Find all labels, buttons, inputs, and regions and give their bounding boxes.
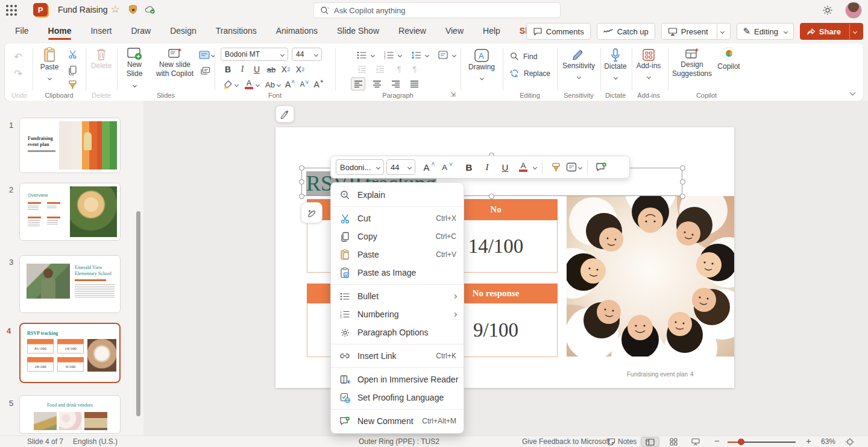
settings-gear-icon[interactable] bbox=[822, 5, 833, 16]
mini-font-color-button[interactable]: A bbox=[515, 159, 531, 176]
tab-file[interactable]: File bbox=[10, 22, 34, 41]
context-menu-item-proofing-language[interactable]: Set Proofing Language bbox=[331, 388, 464, 407]
copilot-button[interactable]: Copilot bbox=[715, 47, 743, 71]
tab-design[interactable]: Design bbox=[165, 22, 202, 41]
font-name-select[interactable]: Bodoni MT bbox=[221, 48, 288, 61]
mini-font-color-dropdown-icon[interactable] bbox=[533, 165, 537, 169]
fit-to-window-button[interactable] bbox=[841, 437, 858, 447]
context-menu-item-copy[interactable]: Copy Ctrl+C bbox=[331, 227, 464, 246]
font-size-select[interactable]: 44 bbox=[292, 48, 322, 61]
mini-underline-button[interactable]: U bbox=[497, 159, 513, 176]
grow-font-button[interactable]: A˄ bbox=[283, 78, 297, 91]
justify-button[interactable] bbox=[407, 77, 421, 90]
copilot-rewrite-button[interactable] bbox=[301, 202, 322, 223]
context-menu-item-immersive-reader[interactable]: Open in Immersive Reader bbox=[331, 370, 464, 388]
present-button[interactable]: Present bbox=[661, 23, 731, 40]
new-slide-button[interactable]: New Slide bbox=[118, 47, 151, 89]
font-color-button[interactable]: A bbox=[242, 78, 256, 91]
find-button[interactable]: Find bbox=[510, 52, 537, 61]
clear-formatting-button[interactable]: A✦ bbox=[312, 78, 326, 91]
tab-view[interactable]: View bbox=[440, 22, 469, 41]
editing-dropdown-icon[interactable] bbox=[784, 29, 788, 33]
mini-format-shape-button[interactable] bbox=[566, 159, 582, 176]
tab-home[interactable]: Home bbox=[43, 22, 77, 41]
shrink-font-button[interactable]: A˅ bbox=[297, 78, 312, 91]
slide-thumbnail-3[interactable]: Emerald View Elementary School bbox=[19, 255, 121, 313]
duplicate-slide-button[interactable] bbox=[200, 66, 210, 76]
share-button[interactable]: Share bbox=[800, 23, 863, 40]
comments-button[interactable]: Comments bbox=[526, 23, 591, 40]
bullets-dropdown-icon[interactable] bbox=[371, 52, 375, 57]
align-center-button[interactable] bbox=[370, 77, 384, 90]
line-spacing-button[interactable] bbox=[409, 48, 423, 62]
context-menu-item-paste-as-image[interactable]: Paste as Image bbox=[331, 264, 464, 282]
thumbnail-scrollbar[interactable] bbox=[136, 211, 140, 416]
zoom-slider-thumb[interactable] bbox=[738, 439, 744, 445]
tab-review[interactable]: Review bbox=[393, 22, 432, 41]
addins-dropdown-icon[interactable] bbox=[646, 75, 650, 79]
paragraph-dialog-launcher-icon[interactable]: ⇲ bbox=[450, 90, 456, 98]
context-menu-item-bullet[interactable]: Bullet bbox=[331, 287, 464, 305]
align-left-button[interactable] bbox=[351, 77, 365, 90]
text-direction-button[interactable] bbox=[436, 48, 450, 62]
mini-bold-button[interactable]: B bbox=[461, 159, 477, 176]
slide-counter[interactable]: Slide 4 of 7 bbox=[27, 437, 63, 446]
sensitivity-button[interactable]: Sensitivity bbox=[559, 48, 598, 81]
notes-button[interactable]: Notes bbox=[608, 437, 637, 446]
dictate-button[interactable]: Dictate bbox=[602, 48, 629, 81]
font-color-dropdown-icon[interactable] bbox=[256, 82, 260, 86]
paste-dropdown-icon[interactable] bbox=[47, 76, 51, 80]
zoom-out-button[interactable]: − bbox=[714, 436, 720, 446]
editing-mode-button[interactable]: ✎ Editing bbox=[737, 23, 794, 40]
paste-button[interactable]: Paste bbox=[36, 47, 63, 82]
format-painter-button[interactable] bbox=[68, 80, 78, 90]
zoom-in-button[interactable]: + bbox=[806, 436, 811, 446]
selection-handle-bottom-right[interactable] bbox=[680, 194, 685, 199]
slide-canvas[interactable]: RSVP tracking No 14/100 No response 9/10… bbox=[143, 101, 868, 436]
delete-button[interactable]: Delete bbox=[87, 47, 116, 70]
mini-font-size-select[interactable]: 44 bbox=[386, 159, 415, 175]
change-case-dropdown-icon[interactable] bbox=[277, 82, 281, 86]
slideshow-view-button[interactable] bbox=[687, 437, 704, 447]
context-menu-item-cut[interactable]: Cut Ctrl+X bbox=[331, 209, 464, 227]
strikethrough-button[interactable]: ab bbox=[264, 63, 278, 76]
mini-format-painter-button[interactable] bbox=[548, 159, 564, 176]
underline-button[interactable]: U bbox=[250, 63, 264, 76]
italic-button[interactable]: I bbox=[235, 63, 250, 76]
context-menu-item-insert-link[interactable]: Insert Link Ctrl+K bbox=[331, 347, 464, 365]
superscript-button[interactable]: X2 bbox=[293, 63, 307, 76]
context-menu-item-paste[interactable]: Paste Ctrl+V bbox=[331, 246, 464, 264]
zoom-level[interactable]: 63% bbox=[821, 437, 835, 446]
ltr-paragraph-button[interactable]: ·¶ bbox=[391, 63, 405, 76]
slide-thumbnail-2[interactable]: Overview bbox=[19, 183, 121, 241]
undo-icon[interactable]: ↶ bbox=[14, 51, 22, 63]
context-menu-item-explain[interactable]: Explain bbox=[331, 186, 464, 204]
share-dropdown-icon[interactable] bbox=[853, 29, 857, 33]
mini-shrink-font-button[interactable]: A˅ bbox=[439, 159, 455, 176]
decrease-indent-button[interactable] bbox=[354, 63, 369, 76]
mini-font-name-select[interactable]: Bodoni... bbox=[336, 159, 384, 175]
mini-italic-button[interactable]: I bbox=[479, 159, 495, 176]
addins-button[interactable]: Add-ins bbox=[633, 48, 664, 81]
collapse-ribbon-button[interactable] bbox=[850, 90, 856, 96]
new-slide-dropdown-icon[interactable] bbox=[132, 83, 136, 87]
copy-button[interactable] bbox=[68, 65, 77, 75]
slide-thumbnail-5[interactable]: Food and drink vendors bbox=[19, 395, 121, 434]
sensitivity-dropdown-icon[interactable] bbox=[576, 75, 580, 79]
slide-layout-button[interactable] bbox=[199, 51, 215, 59]
new-slide-with-copilot-button[interactable]: New slide with Copilot bbox=[152, 47, 198, 78]
selection-handle-mid-left[interactable] bbox=[299, 179, 304, 185]
numbering-button[interactable]: 123 bbox=[382, 48, 396, 62]
dictate-dropdown-icon[interactable] bbox=[613, 75, 617, 80]
selection-handle-bottom-left[interactable] bbox=[299, 194, 304, 199]
tab-draw[interactable]: Draw bbox=[125, 22, 156, 41]
mini-grow-font-button[interactable]: A˄ bbox=[421, 159, 437, 176]
children-photo[interactable] bbox=[567, 196, 734, 357]
align-right-button[interactable] bbox=[388, 77, 403, 90]
tab-transitions[interactable]: Transitions bbox=[210, 22, 262, 41]
subscript-button[interactable]: X2 bbox=[278, 63, 293, 76]
context-menu-item-numbering[interactable]: 123 Numbering bbox=[331, 305, 464, 323]
bullets-button[interactable] bbox=[354, 48, 369, 62]
redo-icon[interactable]: ↷ bbox=[14, 68, 22, 80]
selection-handle-top-right[interactable] bbox=[680, 165, 685, 171]
